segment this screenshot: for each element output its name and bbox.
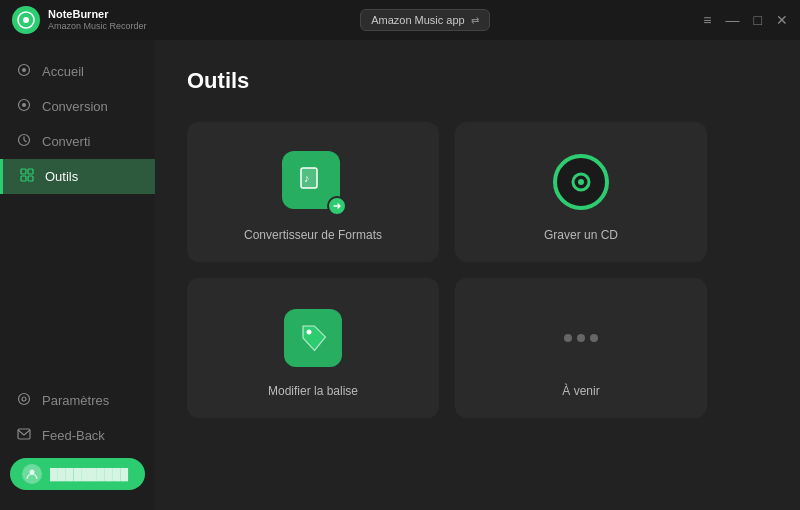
- app-subtitle: Amazon Music Recorder: [48, 21, 147, 32]
- sidebar-nav: Accueil Conversion: [0, 50, 155, 198]
- page-title: Outils: [187, 68, 768, 94]
- source-tab-switch-icon[interactable]: ⇄: [471, 15, 479, 26]
- svg-point-1: [23, 17, 29, 23]
- content-area: Outils ♪: [155, 40, 800, 510]
- coming-soon-icon: [549, 306, 613, 370]
- main-layout: Accueil Conversion: [0, 40, 800, 510]
- format-converter-icon: ♪: [281, 150, 345, 214]
- sidebar-item-parametres[interactable]: Paramètres: [0, 383, 155, 418]
- svg-text:♪: ♪: [304, 172, 310, 184]
- settings-icon: [16, 392, 32, 409]
- close-button[interactable]: ✕: [776, 13, 788, 27]
- sidebar-item-outils[interactable]: Outils: [0, 159, 155, 194]
- sidebar-item-parametres-label: Paramètres: [42, 393, 109, 408]
- sidebar-bottom: Paramètres Feed-Back █: [0, 377, 155, 500]
- conversion-icon: [16, 98, 32, 115]
- sidebar-item-feedback[interactable]: Feed-Back: [0, 418, 155, 452]
- edit-tag-label: Modifier la balise: [268, 384, 358, 398]
- source-tab-label: Amazon Music app: [371, 14, 465, 26]
- tool-card-edit-tag[interactable]: Modifier la balise: [187, 278, 439, 418]
- user-label: ██████████: [50, 468, 128, 480]
- svg-line-8: [24, 140, 27, 142]
- window-controls: ≡ — □ ✕: [703, 13, 788, 27]
- tools-grid: ♪ Convertisseur de Formats: [187, 122, 707, 418]
- sidebar-item-converti-label: Converti: [42, 134, 90, 149]
- sidebar-item-conversion-label: Conversion: [42, 99, 108, 114]
- sidebar-item-converti[interactable]: Converti: [0, 124, 155, 159]
- tool-card-burn-cd[interactable]: Graver un CD: [455, 122, 707, 262]
- burn-cd-label: Graver un CD: [544, 228, 618, 242]
- sidebar-item-accueil[interactable]: Accueil: [0, 54, 155, 89]
- sidebar-item-accueil-label: Accueil: [42, 64, 84, 79]
- svg-rect-10: [28, 169, 33, 174]
- user-button[interactable]: ██████████: [10, 458, 145, 490]
- tool-card-coming-soon: À venir: [455, 278, 707, 418]
- svg-point-22: [307, 330, 312, 335]
- svg-point-13: [19, 394, 30, 405]
- history-icon: [16, 133, 32, 150]
- sidebar-item-feedback-label: Feed-Back: [42, 428, 105, 443]
- edit-tag-icon: [281, 306, 345, 370]
- coming-soon-label: À venir: [562, 384, 599, 398]
- svg-point-3: [22, 68, 26, 72]
- maximize-button[interactable]: □: [754, 13, 762, 27]
- svg-rect-12: [28, 176, 33, 181]
- svg-rect-11: [21, 176, 26, 181]
- home-icon: [16, 63, 32, 80]
- sidebar-item-outils-label: Outils: [45, 169, 78, 184]
- app-logo: [12, 6, 40, 34]
- app-name-block: NoteBurner Amazon Music Recorder: [48, 8, 147, 32]
- sidebar: Accueil Conversion: [0, 40, 155, 510]
- app-name: NoteBurner: [48, 8, 147, 21]
- title-bar-left: NoteBurner Amazon Music Recorder: [12, 6, 147, 34]
- sidebar-item-conversion[interactable]: Conversion: [0, 89, 155, 124]
- svg-rect-15: [18, 429, 30, 439]
- menu-button[interactable]: ≡: [703, 13, 711, 27]
- avatar: [22, 464, 42, 484]
- minimize-button[interactable]: —: [726, 13, 740, 27]
- mail-icon: [16, 427, 32, 443]
- title-bar: NoteBurner Amazon Music Recorder Amazon …: [0, 0, 800, 40]
- tools-icon: [19, 168, 35, 185]
- svg-point-5: [22, 103, 26, 107]
- burn-cd-icon: [549, 150, 613, 214]
- svg-point-21: [578, 179, 584, 185]
- svg-point-14: [22, 397, 26, 401]
- format-converter-label: Convertisseur de Formats: [244, 228, 382, 242]
- svg-rect-9: [21, 169, 26, 174]
- title-bar-center: Amazon Music app ⇄: [360, 9, 490, 31]
- tool-card-format-converter[interactable]: ♪ Convertisseur de Formats: [187, 122, 439, 262]
- source-tab[interactable]: Amazon Music app ⇄: [360, 9, 490, 31]
